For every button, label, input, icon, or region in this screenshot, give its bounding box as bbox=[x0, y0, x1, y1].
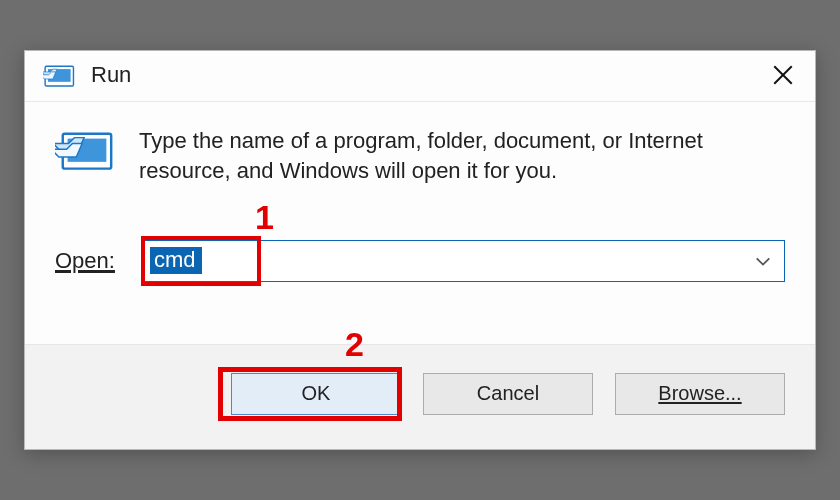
run-dialog: Run Type the name of a program, folder, … bbox=[24, 50, 816, 449]
open-input-value: cmd bbox=[150, 247, 202, 274]
close-button[interactable] bbox=[765, 59, 801, 91]
content-area: Type the name of a program, folder, docu… bbox=[25, 102, 815, 287]
buttons-area: 2 OK Cancel Browse... bbox=[25, 344, 815, 449]
window-title: Run bbox=[91, 62, 131, 88]
cancel-button[interactable]: Cancel bbox=[423, 373, 593, 415]
title-left: Run bbox=[43, 61, 131, 89]
chevron-down-icon bbox=[754, 252, 772, 270]
titlebar: Run bbox=[25, 51, 815, 102]
description-text: Type the name of a program, folder, docu… bbox=[139, 126, 779, 185]
open-row: Open: cmd 1 bbox=[55, 240, 785, 282]
run-program-icon bbox=[55, 126, 117, 176]
close-icon bbox=[773, 65, 793, 85]
run-icon bbox=[43, 61, 77, 89]
open-combobox[interactable]: cmd bbox=[143, 240, 785, 282]
browse-button[interactable]: Browse... bbox=[615, 373, 785, 415]
description-row: Type the name of a program, folder, docu… bbox=[55, 126, 785, 185]
ok-button[interactable]: OK bbox=[231, 373, 401, 415]
open-label: Open: bbox=[55, 248, 115, 274]
step1-annotation: 1 bbox=[255, 198, 274, 237]
step2-annotation: 2 bbox=[345, 325, 364, 364]
